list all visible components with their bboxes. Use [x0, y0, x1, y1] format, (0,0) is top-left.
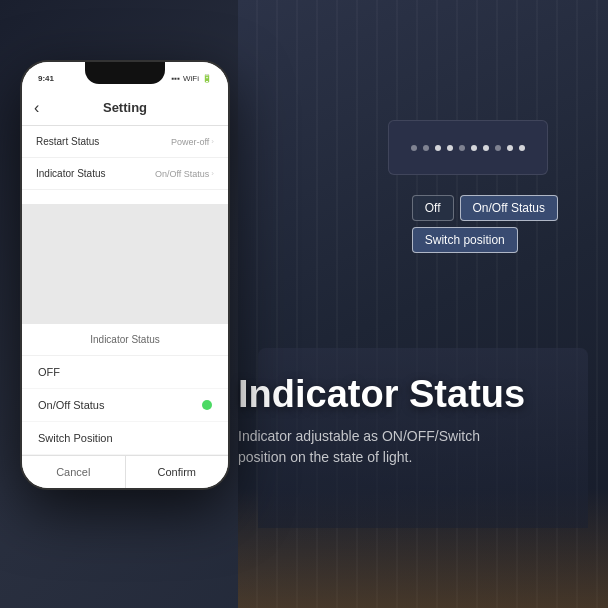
restart-status-item[interactable]: Restart Status Power-off ›: [22, 126, 228, 158]
content-area: [22, 204, 228, 324]
bottom-sheet: Indicator Status OFF On/Off Status Switc…: [22, 324, 228, 488]
switch-dot-7: [483, 145, 489, 151]
switch-dot-1: [411, 145, 417, 151]
option-onoff-label: On/Off Status: [38, 399, 104, 411]
indicator-status-value: On/Off Status ›: [155, 169, 214, 179]
chevron-icon-2: ›: [211, 169, 214, 178]
switch-dot-6: [471, 145, 477, 151]
switch-dot-5: [459, 145, 465, 151]
switch-dot-4: [447, 145, 453, 151]
page-title: Setting: [103, 100, 147, 115]
headline-area: Indicator Status Indicator adjustable as…: [238, 374, 578, 468]
indicator-status-label: Indicator Status: [36, 168, 105, 179]
phone-mockup: 9:41 ▪▪▪ WiFi 🔋 ‹ Setting Restart Status…: [20, 60, 230, 490]
option-off-label: OFF: [38, 366, 60, 378]
onoff-option-btn: On/Off Status: [460, 195, 558, 221]
cancel-button[interactable]: Cancel: [22, 456, 126, 488]
switch-dot-10: [519, 145, 525, 151]
switch-dot-2: [423, 145, 429, 151]
status-time: 9:41: [38, 74, 54, 83]
switch-dot-3: [435, 145, 441, 151]
settings-list: Restart Status Power-off › Indicator Sta…: [22, 126, 228, 204]
selected-indicator: [202, 400, 212, 410]
confirm-button[interactable]: Confirm: [126, 456, 229, 488]
chevron-icon-1: ›: [211, 137, 214, 146]
switch-dot-9: [507, 145, 513, 151]
option-onoff[interactable]: On/Off Status: [22, 389, 228, 422]
wifi-icon: WiFi: [183, 74, 199, 83]
indicator-status-item[interactable]: Indicator Status On/Off Status ›: [22, 158, 228, 190]
wall-background: [238, 0, 608, 608]
option-switch-label: Switch Position: [38, 432, 113, 444]
smart-switch-device: [388, 120, 548, 175]
off-option-btn: Off: [412, 195, 454, 221]
phone-frame: 9:41 ▪▪▪ WiFi 🔋 ‹ Setting Restart Status…: [20, 60, 230, 490]
sheet-actions: Cancel Confirm: [22, 455, 228, 488]
phone-notch: [85, 62, 165, 84]
sheet-title: Indicator Status: [22, 324, 228, 356]
switch-position-option-btn: Switch position: [412, 227, 518, 253]
nav-bar: ‹ Setting: [22, 90, 228, 126]
back-button[interactable]: ‹: [34, 99, 39, 117]
headline-description: Indicator adjustable as ON/OFF/Switchpos…: [238, 426, 578, 468]
restart-status-label: Restart Status: [36, 136, 99, 147]
status-icons: ▪▪▪ WiFi 🔋: [171, 74, 212, 83]
restart-status-value: Power-off ›: [171, 137, 214, 147]
battery-icon: 🔋: [202, 74, 212, 83]
option-off[interactable]: OFF: [22, 356, 228, 389]
switch-dot-8: [495, 145, 501, 151]
phone-screen: 9:41 ▪▪▪ WiFi 🔋 ‹ Setting Restart Status…: [22, 62, 228, 488]
headline-title: Indicator Status: [238, 374, 578, 416]
indicator-row-1: Off On/Off Status: [412, 195, 558, 221]
indicator-options-overlay: Off On/Off Status Switch position: [412, 195, 558, 259]
option-switch-position[interactable]: Switch Position: [22, 422, 228, 455]
indicator-row-2: Switch position: [412, 227, 558, 253]
signal-icon: ▪▪▪: [171, 74, 180, 83]
